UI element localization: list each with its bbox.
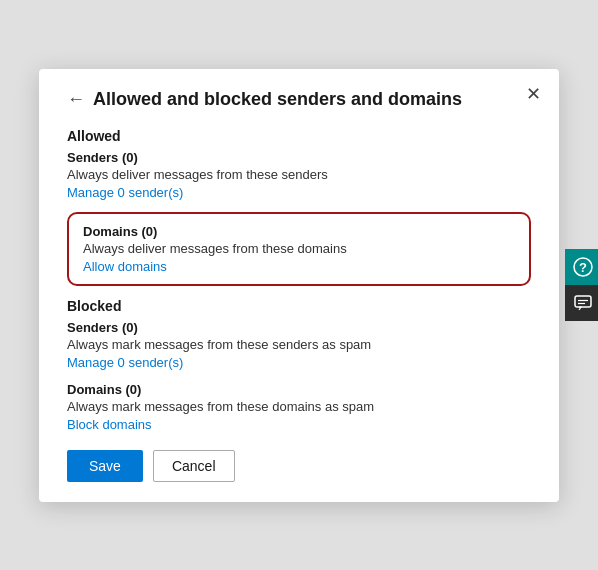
allowed-senders-title: Senders (0) bbox=[67, 150, 531, 165]
chat-icon-button[interactable] bbox=[565, 285, 598, 321]
allowed-domains-title: Domains (0) bbox=[83, 224, 515, 239]
blocked-senders-desc: Always mark messages from these senders … bbox=[67, 337, 531, 352]
blocked-section: Blocked Senders (0) Always mark messages… bbox=[67, 298, 531, 432]
allowed-domains-highlighted-box: Domains (0) Always deliver messages from… bbox=[67, 212, 531, 286]
blocked-senders-title: Senders (0) bbox=[67, 320, 531, 335]
allow-domains-link[interactable]: Allow domains bbox=[83, 259, 167, 274]
blocked-label: Blocked bbox=[67, 298, 531, 314]
blocked-domains-desc: Always mark messages from these domains … bbox=[67, 399, 531, 414]
dialog-header: ← Allowed and blocked senders and domain… bbox=[67, 89, 531, 110]
help-icon: ? bbox=[573, 257, 593, 277]
block-domains-link[interactable]: Block domains bbox=[67, 417, 152, 432]
svg-rect-2 bbox=[575, 296, 591, 307]
dialog-footer: Save Cancel bbox=[67, 450, 531, 482]
dialog-title: Allowed and blocked senders and domains bbox=[93, 89, 462, 110]
main-dialog: ← Allowed and blocked senders and domain… bbox=[39, 69, 559, 502]
manage-allowed-senders-link[interactable]: Manage 0 sender(s) bbox=[67, 185, 183, 200]
close-button[interactable]: ✕ bbox=[526, 85, 541, 103]
allowed-senders-subsection: Senders (0) Always deliver messages from… bbox=[67, 150, 531, 200]
allowed-senders-desc: Always deliver messages from these sende… bbox=[67, 167, 531, 182]
help-icon-button[interactable]: ? bbox=[565, 249, 598, 285]
save-button[interactable]: Save bbox=[67, 450, 143, 482]
allowed-domains-desc: Always deliver messages from these domai… bbox=[83, 241, 515, 256]
svg-text:?: ? bbox=[579, 260, 587, 275]
cancel-button[interactable]: Cancel bbox=[153, 450, 235, 482]
blocked-senders-subsection: Senders (0) Always mark messages from th… bbox=[67, 320, 531, 370]
blocked-domains-subsection: Domains (0) Always mark messages from th… bbox=[67, 382, 531, 432]
back-button[interactable]: ← bbox=[67, 90, 93, 108]
manage-blocked-senders-link[interactable]: Manage 0 sender(s) bbox=[67, 355, 183, 370]
chat-icon bbox=[573, 293, 593, 313]
side-icons-panel: ? bbox=[565, 249, 598, 321]
allowed-section: Allowed Senders (0) Always deliver messa… bbox=[67, 128, 531, 286]
allowed-label: Allowed bbox=[67, 128, 531, 144]
blocked-domains-title: Domains (0) bbox=[67, 382, 531, 397]
